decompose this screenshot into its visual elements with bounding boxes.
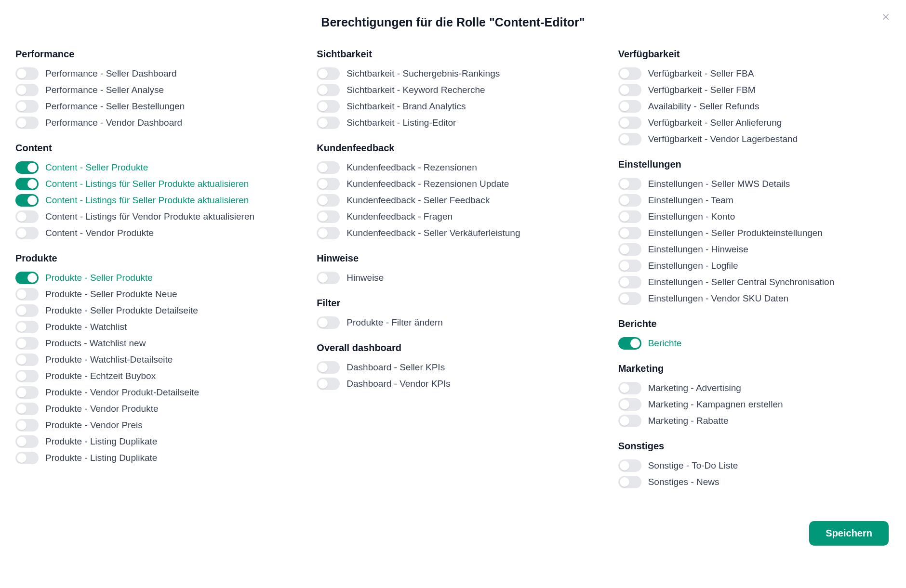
permission-toggle[interactable] xyxy=(317,227,340,239)
permission-toggle[interactable] xyxy=(15,403,39,415)
permission-row-kundenfeedback-fragen: Kundenfeedback - Fragen xyxy=(317,209,589,225)
permission-row-products-watchlist-new: Products - Watchlist new xyxy=(15,335,288,352)
permission-toggle[interactable] xyxy=(15,419,39,431)
permission-toggle[interactable] xyxy=(15,194,39,207)
toggle-knob xyxy=(17,102,27,111)
permission-toggle[interactable] xyxy=(317,178,340,190)
permission-toggle[interactable] xyxy=(15,178,39,190)
permission-toggle[interactable] xyxy=(15,435,39,448)
toggle-knob xyxy=(17,420,27,430)
permission-toggle[interactable] xyxy=(618,337,641,350)
toggle-knob xyxy=(620,134,629,144)
permission-toggle[interactable] xyxy=(618,382,641,394)
permissions-section-marketing: MarketingMarketing - AdvertisingMarketin… xyxy=(618,363,891,429)
permission-toggle[interactable] xyxy=(618,100,641,113)
permission-toggle[interactable] xyxy=(618,178,641,190)
permission-row-kundenfeedback-rezensionen-update: Kundenfeedback - Rezensionen Update xyxy=(317,176,589,192)
permission-toggle[interactable] xyxy=(618,133,641,145)
toggle-knob xyxy=(17,118,27,128)
permission-toggle[interactable] xyxy=(618,243,641,256)
permission-toggle[interactable] xyxy=(15,288,39,301)
permission-toggle[interactable] xyxy=(15,210,39,223)
permission-toggle[interactable] xyxy=(15,370,39,382)
permission-toggle[interactable] xyxy=(317,272,340,284)
permission-toggle[interactable] xyxy=(15,353,39,366)
permission-toggle[interactable] xyxy=(15,117,39,129)
save-button[interactable]: Speichern xyxy=(809,521,889,546)
toggle-knob xyxy=(17,355,27,365)
permission-toggle[interactable] xyxy=(15,227,39,239)
permission-label: Marketing - Advertising xyxy=(648,382,741,394)
permission-row-produkte-seller-produkte-detailseite: Produkte - Seller Produkte Detailseite xyxy=(15,302,288,319)
permission-toggle[interactable] xyxy=(618,398,641,411)
permission-toggle[interactable] xyxy=(618,292,641,305)
permission-toggle[interactable] xyxy=(317,117,340,129)
permission-toggle[interactable] xyxy=(15,321,39,333)
permission-label: Produkte - Vendor Produkte xyxy=(45,403,158,415)
permission-toggle[interactable] xyxy=(317,361,340,374)
permission-toggle[interactable] xyxy=(618,476,641,488)
toggle-knob xyxy=(318,179,328,189)
close-button[interactable] xyxy=(879,11,893,24)
toggle-knob xyxy=(620,102,629,111)
permissions-section-filter: FilterProdukte - Filter ändern xyxy=(317,298,589,331)
toggle-knob xyxy=(17,371,27,381)
permission-toggle[interactable] xyxy=(15,304,39,317)
toggle-knob xyxy=(318,85,328,95)
permission-label: Content - Listings für Seller Produkte a… xyxy=(45,178,249,190)
permission-toggle[interactable] xyxy=(618,276,641,288)
section-title: Sichtbarkeit xyxy=(317,49,589,60)
permission-toggle[interactable] xyxy=(15,386,39,399)
toggle-knob xyxy=(318,379,328,389)
permission-toggle[interactable] xyxy=(15,161,39,174)
permission-toggle[interactable] xyxy=(15,337,39,350)
permission-toggle[interactable] xyxy=(15,452,39,464)
permissions-section-overall-dashboard: Overall dashboardDashboard - Seller KPIs… xyxy=(317,342,589,392)
permission-toggle[interactable] xyxy=(15,84,39,96)
toggle-knob xyxy=(620,461,629,470)
toggle-knob xyxy=(27,163,37,172)
permission-toggle[interactable] xyxy=(317,316,340,329)
permissions-section-hinweise: HinweiseHinweise xyxy=(317,253,589,286)
permission-row-content-seller-produkte: Content - Seller Produkte xyxy=(15,159,288,176)
permission-toggle[interactable] xyxy=(317,194,340,207)
permission-row-produkte-filter-ndern: Produkte - Filter ändern xyxy=(317,314,589,331)
permission-toggle[interactable] xyxy=(317,84,340,96)
permission-toggle[interactable] xyxy=(15,272,39,284)
permission-row-marketing-kampagnen-erstellen: Marketing - Kampagnen erstellen xyxy=(618,396,891,413)
permission-toggle[interactable] xyxy=(317,161,340,174)
permission-row-produkte-vendor-produkt-detailseite: Produkte - Vendor Produkt-Detailseite xyxy=(15,384,288,401)
toggle-knob xyxy=(620,294,629,303)
permission-row-verf-gbarkeit-vendor-lagerbestand: Verfügbarkeit - Vendor Lagerbestand xyxy=(618,131,891,147)
permission-toggle[interactable] xyxy=(618,194,641,207)
permission-toggle[interactable] xyxy=(317,378,340,390)
permission-toggle[interactable] xyxy=(618,459,641,472)
permission-label: Produkte - Listing Duplikate xyxy=(45,452,157,464)
toggle-knob xyxy=(620,400,629,409)
permission-toggle[interactable] xyxy=(317,100,340,113)
permission-toggle[interactable] xyxy=(317,210,340,223)
permission-toggle[interactable] xyxy=(618,84,641,96)
toggle-knob xyxy=(27,179,37,189)
permission-toggle[interactable] xyxy=(618,210,641,223)
permission-toggle[interactable] xyxy=(15,100,39,113)
permissions-column: SichtbarkeitSichtbarkeit - Suchergebnis-… xyxy=(317,49,589,404)
permission-row-einstellungen-konto: Einstellungen - Konto xyxy=(618,209,891,225)
permission-toggle[interactable] xyxy=(618,117,641,129)
permissions-section-sichtbarkeit: SichtbarkeitSichtbarkeit - Suchergebnis-… xyxy=(317,49,589,131)
permission-label: Sichtbarkeit - Brand Analytics xyxy=(346,100,466,113)
permission-row-marketing-advertising: Marketing - Advertising xyxy=(618,380,891,396)
permission-row-availability-seller-refunds: Availability - Seller Refunds xyxy=(618,98,891,115)
toggle-knob xyxy=(620,383,629,393)
permission-toggle[interactable] xyxy=(15,67,39,80)
permission-row-produkte-listing-duplikate: Produkte - Listing Duplikate xyxy=(15,450,288,466)
toggle-knob xyxy=(630,339,640,348)
permission-toggle[interactable] xyxy=(618,260,641,272)
permission-toggle[interactable] xyxy=(618,415,641,427)
toggle-knob xyxy=(17,289,27,299)
permission-toggle[interactable] xyxy=(618,67,641,80)
permission-toggle[interactable] xyxy=(618,227,641,239)
permission-row-einstellungen-logfile: Einstellungen - Logfile xyxy=(618,258,891,274)
permission-toggle[interactable] xyxy=(317,67,340,80)
permission-label: Einstellungen - Team xyxy=(648,194,733,207)
